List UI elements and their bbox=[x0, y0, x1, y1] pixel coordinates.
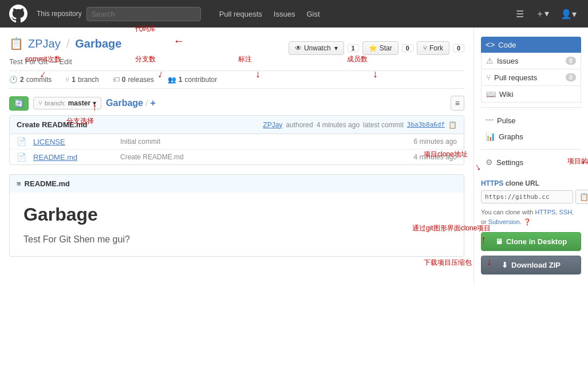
nav-pull-requests[interactable]: Pull requests bbox=[219, 10, 262, 18]
issue-icon: ⚠ bbox=[486, 56, 494, 65]
repo-name-link[interactable]: Garbage bbox=[75, 37, 121, 50]
pr-icon: ⑂ bbox=[486, 73, 491, 82]
clone-desktop-label: Clone in Desktop bbox=[506, 237, 567, 246]
download-zip-button[interactable]: ⬇ Download ZIP bbox=[481, 256, 581, 275]
fork-label: Fork bbox=[429, 44, 443, 52]
releases-count: 0 bbox=[122, 76, 126, 84]
star-icon: ⭐ bbox=[369, 44, 377, 52]
sidebar-item-settings[interactable]: ⚙ Settings bbox=[481, 154, 581, 170]
search-wrap: This repository bbox=[37, 7, 201, 21]
people-icon: 👥 bbox=[168, 76, 176, 84]
desktop-icon: 🖥 bbox=[495, 237, 503, 246]
clone-help-icon[interactable]: ❓ bbox=[523, 218, 531, 225]
readme-body: Garbage Test For Git Shen me gui? bbox=[9, 193, 464, 257]
branch-dropdown[interactable]: ⑂ branch: master ▾ bbox=[33, 97, 101, 109]
path-repo-link[interactable]: Garbage bbox=[106, 98, 143, 108]
unwatch-dropdown-icon: ▾ bbox=[334, 44, 338, 52]
user-menu-button[interactable]: 👤▾ bbox=[558, 6, 579, 22]
clone-url-input[interactable] bbox=[481, 190, 573, 203]
clone-copy-button[interactable]: 📋 bbox=[575, 190, 588, 204]
settings-wrap: ⚙ Settings 项目的一些设置 ← bbox=[481, 154, 581, 170]
fork-icon: ⑂ bbox=[423, 44, 427, 52]
star-button[interactable]: ⭐ Star bbox=[362, 41, 398, 55]
sidebar-item-issues[interactable]: ⚠ Issues 0 bbox=[481, 53, 581, 69]
branch-stat[interactable]: ⑂ 1 branch bbox=[65, 76, 98, 84]
path-add-button[interactable]: + bbox=[150, 98, 155, 108]
page-root: This repository Pull requests Issues Gis… bbox=[0, 0, 588, 284]
sync-button[interactable]: 🔄 bbox=[9, 96, 29, 111]
annotation-arrow-contributor: ↓ bbox=[373, 68, 378, 80]
stats-bar: 🕐 2 commits ⑂ 1 branch 🏷 0 releases bbox=[9, 70, 464, 89]
sidebar-graphs-label: Graphs bbox=[499, 132, 523, 141]
sidebar-settings-label: Settings bbox=[496, 158, 523, 167]
header: This repository Pull requests Issues Gis… bbox=[0, 0, 588, 28]
annotation-arrow-clone-desktop: ↑ bbox=[481, 234, 486, 246]
file-license-link[interactable]: LICENSE bbox=[33, 138, 113, 146]
search-input[interactable] bbox=[86, 7, 201, 21]
readme-text: Test For Git Shen me gui? bbox=[23, 234, 450, 245]
sidebar-pr-label: Pull requests bbox=[494, 73, 537, 82]
main-content: 📋 ZPJay / Garbage 代码库 ← 👁 Unwatch ▾ 1 bbox=[0, 28, 473, 284]
commit-hash-link[interactable]: 3ba3b8a6df bbox=[407, 121, 445, 128]
create-button[interactable]: ＋▾ bbox=[533, 6, 551, 22]
sidebar-item-code[interactable]: <> Code bbox=[481, 37, 581, 53]
download-zip-label: Download ZIP bbox=[511, 261, 561, 269]
clock-icon: 🕐 bbox=[9, 76, 18, 84]
nav-gist[interactable]: Gist bbox=[306, 10, 319, 18]
repo-label[interactable]: This repository bbox=[37, 10, 82, 18]
sidebar-item-graphs[interactable]: 📊 Graphs bbox=[481, 128, 581, 144]
repo-separator: / bbox=[66, 37, 70, 50]
header-nav: Pull requests Issues Gist bbox=[219, 10, 320, 18]
file-license-time: 6 minutes ago bbox=[414, 138, 457, 146]
file-readme-link[interactable]: README.md bbox=[33, 153, 113, 162]
commits-stat[interactable]: 🕐 2 commits bbox=[9, 76, 52, 84]
sidebar-code-label: Code bbox=[498, 41, 516, 49]
sidebar-item-wiki[interactable]: 📖 Wiki bbox=[481, 86, 581, 103]
github-logo bbox=[9, 5, 27, 23]
contributors-label: contributor bbox=[184, 76, 217, 84]
releases-stat[interactable]: 🏷 0 releases bbox=[113, 76, 154, 84]
repo-description: Test For Git — Edit bbox=[9, 57, 464, 66]
file-license-commit: Initial commit bbox=[120, 138, 407, 146]
graphs-icon: 📊 bbox=[486, 132, 495, 141]
star-count: 0 bbox=[402, 44, 413, 52]
list-view-button[interactable]: ≡ bbox=[451, 96, 464, 111]
subversion-link[interactable]: Subversion bbox=[488, 218, 520, 225]
issues-count: 0 bbox=[566, 57, 576, 65]
branch-select-icon: ⑂ bbox=[38, 99, 42, 107]
star-label: Star bbox=[380, 44, 392, 52]
fork-button[interactable]: ⑂ Fork bbox=[417, 41, 449, 55]
annotation-clone-desktop: 通过git图形界面clone项目 bbox=[412, 224, 491, 233]
branch-icon: ⑂ bbox=[65, 76, 69, 84]
file-row: 📄 README.md Create README.md 4 minutes a… bbox=[10, 150, 464, 164]
https-link[interactable]: HTTPS bbox=[535, 209, 555, 215]
file-icon-license: 📄 bbox=[17, 137, 26, 146]
unwatch-button[interactable]: 👁 Unwatch ▾ bbox=[289, 41, 344, 55]
copy-hash-button[interactable]: 📋 bbox=[448, 121, 457, 129]
commit-time: 4 minutes ago bbox=[317, 121, 360, 129]
pr-count: 0 bbox=[566, 73, 576, 81]
annotation-arrow-settings: ← bbox=[580, 156, 588, 168]
annotation-releases: 标注 bbox=[238, 54, 252, 64]
annotation-arrow-branch-select: ↑ bbox=[92, 101, 97, 113]
branch-select-prefix: branch: bbox=[45, 100, 66, 107]
commit-row-right: ZPJay authored 4 minutes ago latest comm… bbox=[263, 121, 457, 129]
zip-icon: ⬇ bbox=[502, 261, 508, 269]
commit-author-link[interactable]: ZPJay bbox=[263, 121, 282, 129]
repo-book-icon: 📋 bbox=[9, 37, 23, 50]
latest-commit-label: latest commit bbox=[363, 121, 404, 129]
ssh-link[interactable]: SSH bbox=[559, 209, 573, 215]
toolbar-bar: 🔄 ⑂ branch: master ▾ Garbage / + ≡ 分支选择 … bbox=[9, 96, 464, 111]
notification-button[interactable]: ☰ bbox=[514, 6, 526, 22]
https-highlight: HTTPS bbox=[481, 179, 503, 187]
sidebar-item-pull-requests[interactable]: ⑂ Pull requests 0 bbox=[481, 69, 581, 86]
clone-in-desktop-button[interactable]: 🖥 Clone in Desktop bbox=[481, 232, 581, 251]
contributors-stat[interactable]: 👥 1 contributor bbox=[168, 76, 217, 84]
sidebar-item-pulse[interactable]: 〰 Pulse bbox=[481, 112, 581, 128]
code-icon: <> bbox=[486, 40, 495, 49]
sidebar-issues-label: Issues bbox=[497, 57, 519, 65]
commit-authored-text: authored bbox=[286, 121, 313, 129]
annotation-commits: commit次数 bbox=[25, 54, 61, 64]
repo-owner-link[interactable]: ZPJay bbox=[28, 37, 61, 50]
nav-issues[interactable]: Issues bbox=[274, 10, 295, 18]
